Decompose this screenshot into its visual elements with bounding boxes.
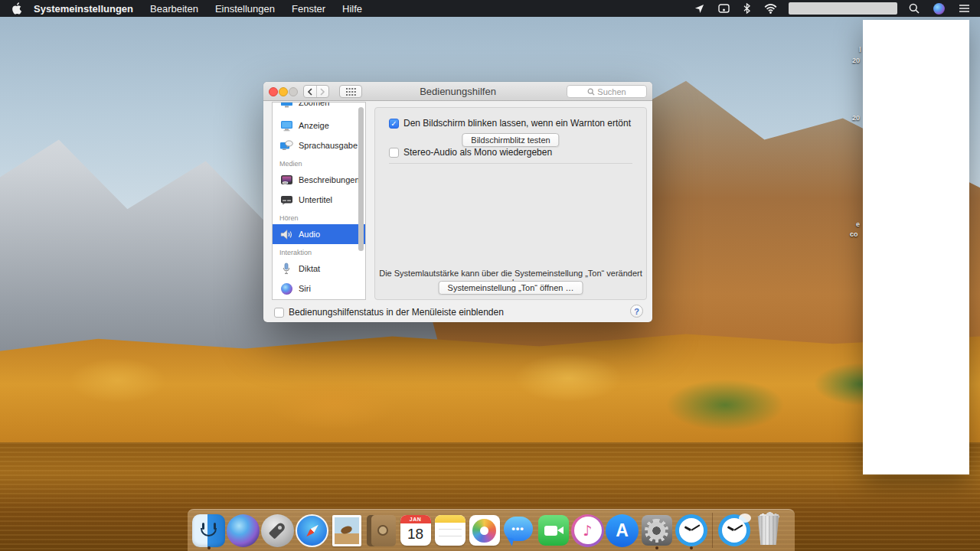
running-indicator [655, 546, 658, 549]
wallpaper-foliage [0, 329, 980, 452]
dock-icon-finder[interactable] [191, 510, 226, 551]
speaker-icon [279, 228, 293, 240]
dock-icon-app-store[interactable]: A [605, 510, 639, 551]
bedienungshilfen-window: Bedienungshilfen [263, 82, 652, 322]
wifi-icon[interactable] [764, 4, 777, 14]
apple-menu-icon[interactable] [11, 2, 21, 15]
sidebar-item-audio[interactable]: Audio [273, 224, 365, 244]
running-indicator [207, 546, 211, 549]
dock: JAN 18 ••• ♪ A [188, 509, 795, 551]
dock-icon-trash[interactable] [751, 510, 786, 551]
notification-center-icon[interactable] [959, 4, 970, 13]
dock-icon-clock-minimized[interactable] [717, 510, 751, 551]
sidebar-scrollbar[interactable] [358, 107, 364, 251]
microphone-icon [279, 262, 293, 275]
location-icon[interactable] [694, 4, 704, 14]
siri-icon[interactable] [933, 3, 945, 15]
dock-icon-facetime[interactable] [536, 510, 570, 551]
mono-audio-label: Stereo-Audio als Mono wiedergeben [403, 147, 552, 158]
dock-icon-itunes[interactable]: ♪ [570, 510, 605, 551]
sidebar-item-label: Sprachausgabe [299, 141, 358, 150]
desktop-label-fragment: 20 [852, 57, 860, 64]
appstore-letter: A [606, 514, 639, 547]
menu-fenster[interactable]: Fenster [292, 3, 325, 15]
dock-icon-calendar[interactable]: JAN 18 [398, 510, 433, 551]
zoom-display-icon [279, 103, 293, 109]
sidebar-item-zoomen[interactable]: Zoomen [273, 103, 365, 116]
close-button[interactable] [269, 87, 278, 96]
menubar-redacted-area [789, 2, 897, 15]
sidebar-item-label: Untertitel [299, 195, 332, 204]
dock-icon-photos[interactable] [467, 510, 501, 551]
help-button[interactable]: ? [630, 305, 643, 318]
sidebar-item-label: Anzeige [299, 121, 329, 130]
calendar-month: JAN [400, 515, 431, 523]
flash-screen-label: Den Bildschirm blinken lassen, wenn ein … [403, 118, 631, 129]
display-icon [279, 119, 293, 132]
menu-hilfe[interactable]: Hilfe [342, 3, 362, 15]
messages-dots: ••• [504, 526, 533, 532]
search-input[interactable]: Suchen [567, 85, 647, 98]
sidebar-item-siri[interactable]: Siri [273, 279, 365, 298]
sidebar-section-hoeren: Hören [273, 210, 365, 224]
show-all-grid-button[interactable] [339, 85, 362, 98]
desktop-label-fragment: co [850, 230, 858, 238]
running-indicator [690, 546, 693, 549]
sidebar-item-label: Diktat [299, 264, 320, 273]
calendar-day: 18 [400, 523, 431, 544]
captions-icon [279, 194, 293, 206]
dock-icon-siri[interactable] [226, 510, 260, 551]
dock-icon-clock[interactable] [674, 510, 708, 551]
dock-icon-messages[interactable]: ••• [501, 510, 536, 551]
dock-divider [712, 513, 713, 548]
sidebar-item-label: Zoomen [299, 103, 329, 107]
menu-einstellungen[interactable]: Einstellungen [215, 3, 275, 15]
mono-audio-checkbox[interactable] [389, 148, 399, 158]
accessibility-sidebar: Zoomen Anzeige Sprachausga [272, 102, 366, 300]
window-titlebar[interactable]: Bedienungshilfen [263, 82, 652, 101]
audio-settings-panel: ✓ Den Bildschirm blinken lassen, wenn ei… [374, 107, 647, 300]
blank-white-window [863, 20, 969, 474]
desktop-label-fragment: e [856, 220, 860, 228]
test-screen-flash-button[interactable]: Bildschirmblitz testen [462, 133, 559, 147]
sidebar-item-anzeige[interactable]: Anzeige [273, 116, 365, 135]
menu-systemeinstellungen[interactable]: Systemeinstellungen [34, 3, 133, 15]
sidebar-item-beschreibungen[interactable]: ooo Beschreibungen [273, 170, 365, 190]
search-placeholder: Suchen [597, 87, 626, 96]
back-button[interactable] [304, 86, 317, 97]
siri-orb-icon [279, 282, 293, 295]
dock-icon-system-preferences[interactable] [639, 510, 674, 551]
menu-bearbeiten[interactable]: Bearbeiten [150, 3, 198, 15]
dock-icon-contacts[interactable] [364, 510, 398, 551]
sidebar-item-label: Audio [299, 230, 320, 239]
descriptions-icon: ooo [279, 174, 293, 186]
menubar-status-checkbox[interactable] [274, 308, 284, 318]
music-note-glyph: ♪ [574, 517, 602, 544]
sidebar-section-interaktion: Interaktion [273, 244, 365, 259]
menubar-status-label: Bedienungshilfenstatus in der Menüleiste… [289, 307, 504, 318]
minimize-button[interactable] [279, 87, 288, 96]
svg-text:ooo: ooo [283, 181, 287, 184]
sidebar-item-label: Beschreibungen [299, 175, 360, 184]
forward-button[interactable] [317, 86, 329, 97]
sidebar-section-medien: Medien [273, 155, 365, 170]
sidebar-item-diktat[interactable]: Diktat [273, 259, 365, 279]
dock-icon-launchpad[interactable] [260, 510, 295, 551]
bluetooth-icon[interactable] [743, 3, 750, 14]
menu-bar: Systemeinstellungen Bearbeiten Einstellu… [0, 0, 980, 17]
display-status-icon[interactable] [718, 4, 730, 14]
sidebar-item-sprachausgabe[interactable]: Sprachausgabe [273, 135, 365, 155]
dock-icon-notes[interactable] [433, 510, 467, 551]
search-icon [587, 88, 595, 96]
dock-icon-mail[interactable] [329, 510, 364, 551]
sidebar-item-untertitel[interactable]: Untertitel [273, 190, 365, 210]
spotlight-icon[interactable] [909, 3, 920, 14]
sidebar-item-label: Siri [299, 284, 311, 293]
desktop-label-fragment: l [859, 46, 861, 54]
flash-screen-checkbox[interactable]: ✓ [389, 119, 399, 129]
desktop-label-fragment: 20 [852, 114, 860, 122]
open-sound-preferences-button[interactable]: Systemeinstellung „Ton“ öffnen … [439, 281, 583, 295]
zoom-button-disabled [289, 87, 298, 96]
speech-display-icon [279, 139, 293, 152]
dock-icon-safari[interactable] [295, 510, 329, 551]
